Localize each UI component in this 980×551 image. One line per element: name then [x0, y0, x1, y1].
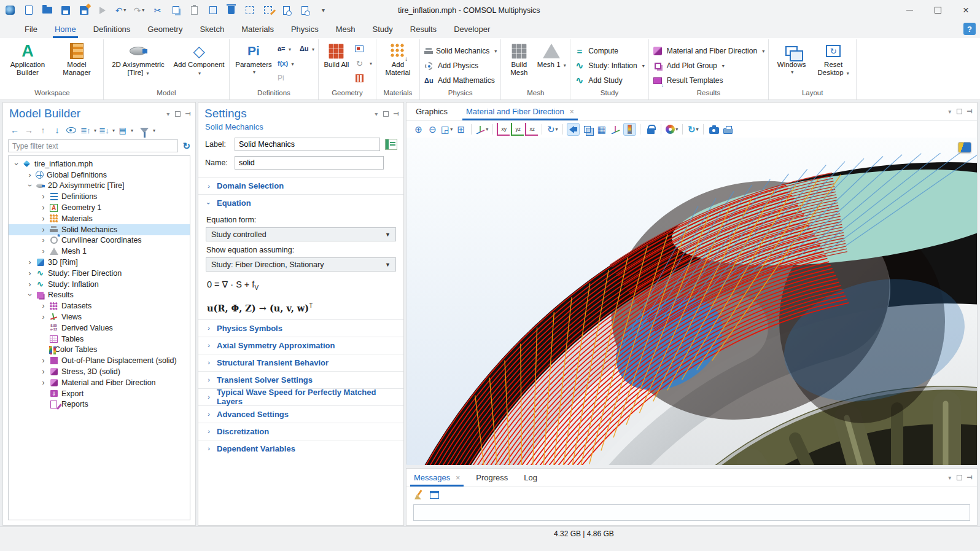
grid-button[interactable]: ▦ [595, 123, 608, 136]
tree-item-reports[interactable]: ›Reports [9, 399, 190, 410]
expander-icon[interactable]: › [26, 269, 34, 278]
clear-messages-icon[interactable] [414, 490, 424, 499]
update-plot-button[interactable]: ↻▾ [686, 123, 699, 136]
tree-item-3d-rim[interactable]: ›3D [Rim] [9, 257, 190, 268]
add-physics-button[interactable]: Add Physics [424, 60, 497, 72]
windows-button[interactable]: Windows ▾ [772, 41, 811, 75]
minimize-button[interactable] [895, 0, 924, 20]
redo-button[interactable]: ↷▾ [134, 5, 144, 15]
equation-form-select[interactable]: Study controlled▼ [206, 227, 396, 241]
panel-menu-icon[interactable]: ▾ [375, 111, 378, 117]
panel-pin-icon[interactable]: T [393, 112, 400, 116]
tree-item-export[interactable]: ›⇓Export [9, 388, 190, 399]
expander-icon[interactable]: › [39, 236, 47, 244]
expander-icon[interactable]: › [39, 192, 47, 201]
name-field[interactable] [235, 156, 384, 170]
tab-material-fiber-direction[interactable]: Material and Fiber Direction× [466, 103, 574, 120]
close-button[interactable]: × [952, 0, 980, 20]
node-text-button[interactable]: ▤ [115, 125, 129, 136]
add-component-button[interactable]: ◇ Add Component ▾ [173, 41, 225, 77]
zoom-in-button[interactable]: ⊕ [412, 123, 425, 136]
tree-item-views[interactable]: ›Views [9, 311, 190, 322]
save-as-button[interactable] [79, 5, 89, 15]
panel-pin-icon[interactable]: T [966, 109, 974, 114]
panel-float-icon[interactable] [957, 475, 962, 480]
menu-developer[interactable]: Developer [445, 20, 499, 38]
menu-definitions[interactable]: Definitions [85, 20, 139, 38]
toolbar-overflow-button[interactable]: ▾ [318, 5, 329, 15]
tree-item-study-fiber-direction[interactable]: ›∿Study: Fiber Direction [9, 268, 190, 279]
tab-messages[interactable]: Messages× [414, 469, 460, 487]
expander-icon[interactable]: › [39, 356, 47, 365]
message-settings-icon[interactable] [430, 491, 439, 499]
duplicate-button[interactable] [208, 5, 218, 15]
expand-all-button[interactable]: ≣↓ [97, 125, 111, 136]
show-toggle-button[interactable] [64, 125, 78, 136]
menu-sketch[interactable]: Sketch [191, 20, 233, 38]
tree-item-out-of-plane-displacement[interactable]: ›Out-of-Plane Displacement (solid) [9, 355, 190, 366]
label-field[interactable] [235, 138, 380, 151]
expander-icon[interactable]: › [39, 378, 47, 387]
section-discretization[interactable]: ›Discretization [198, 423, 403, 440]
expander-icon[interactable]: › [39, 225, 47, 234]
section-axial-symmetry[interactable]: ›Axial Symmetry Approximation [198, 337, 403, 354]
refresh-icon[interactable]: ↻ [182, 141, 190, 152]
compute-button[interactable]: = Compute [574, 45, 644, 57]
undo-button[interactable]: ↶▾ [115, 5, 126, 15]
transparency-button[interactable] [581, 123, 594, 136]
functions-button[interactable]: f(x) ▾ [278, 59, 294, 68]
application-builder-button[interactable]: A Application Builder [5, 41, 50, 77]
panel-float-icon[interactable] [957, 109, 962, 114]
reset-desktop-button[interactable]: ↻ Reset Desktop ▾ [814, 41, 852, 77]
section-dependent-variables[interactable]: ›Dependent Variables [198, 440, 403, 457]
expander-icon[interactable]: › [26, 291, 34, 299]
section-transient-solver[interactable]: ›Transient Solver Settings [198, 371, 403, 388]
add-material-button[interactable]: Add Material [380, 41, 416, 77]
menu-results[interactable]: Results [402, 20, 445, 38]
move-down-button[interactable]: ↓ [50, 125, 64, 136]
model-manager-button[interactable]: Model Manager [54, 41, 99, 77]
panel-pin-icon[interactable]: T [185, 112, 192, 116]
section-wave-speed[interactable]: ›Typical Wave Speed for Perfectly Matche… [198, 388, 403, 405]
panel-menu-icon[interactable]: ▾ [948, 474, 951, 481]
menu-physics[interactable]: Physics [282, 20, 327, 38]
view-lock-button[interactable] [644, 123, 657, 136]
add-mathematics-button[interactable]: Δu Add Mathematics [424, 74, 497, 87]
menu-home[interactable]: Home [46, 20, 85, 38]
save-button[interactable] [60, 5, 71, 15]
section-physics-symbols[interactable]: ›Physics Symbols [198, 319, 403, 337]
build-mesh-button[interactable]: Build Mesh [505, 41, 533, 77]
remove-details-button[interactable] [354, 73, 365, 84]
build-all-button[interactable]: Build All [322, 41, 351, 69]
solid-mechanics-button[interactable]: Solid Mechanics▾ [424, 45, 497, 57]
tree-item-stress-3d[interactable]: ›Stress, 3D (solid) [9, 366, 190, 377]
back-button[interactable]: ← [8, 125, 21, 136]
expander-icon[interactable]: › [26, 280, 34, 289]
add-study-button[interactable]: ∿ Add Study [574, 74, 644, 87]
filter-button[interactable] [138, 125, 151, 136]
study-inflation-button[interactable]: ∿ Study: Inflation▾ [574, 60, 644, 72]
tree-filter-input[interactable] [8, 139, 178, 152]
expander-icon[interactable]: › [12, 160, 21, 168]
panel-menu-icon[interactable]: ▾ [948, 108, 951, 115]
expander-icon[interactable]: › [26, 171, 34, 179]
panel-float-icon[interactable] [175, 111, 181, 117]
section-equation[interactable]: › Equation [198, 194, 403, 211]
tree-item-2d-axisymmetric[interactable]: ›2D Axisymmetric [Tire] [9, 181, 190, 192]
zoom-extents-button[interactable]: ⊞ [454, 123, 467, 136]
menu-mesh[interactable]: Mesh [327, 20, 364, 38]
expander-icon[interactable]: › [26, 182, 34, 190]
help-button[interactable]: ? [963, 23, 976, 35]
parameter-case-button[interactable]: Pi [278, 74, 284, 82]
tree-item-material-fiber-direction[interactable]: ›Material and Fiber Direction [9, 377, 190, 388]
add-plot-group-button[interactable]: Add Plot Group▾ [653, 60, 764, 72]
snapshot-button[interactable] [707, 123, 720, 136]
scene-light-button[interactable] [567, 123, 580, 136]
import-geometry-button[interactable] [354, 44, 365, 54]
result-templates-button[interactable]: Result Templates [653, 74, 764, 87]
tree-item-global-definitions[interactable]: ›Global Definitions [9, 170, 190, 181]
section-domain-selection[interactable]: › Domain Selection [198, 177, 403, 194]
close-icon[interactable]: × [456, 474, 460, 482]
menu-study[interactable]: Study [364, 20, 402, 38]
play-button[interactable] [97, 5, 107, 15]
